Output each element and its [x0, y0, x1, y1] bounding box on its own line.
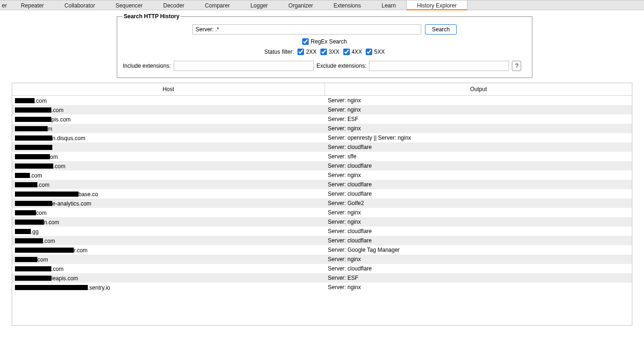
redacted-block — [15, 154, 50, 159]
host-suffix: .gg — [31, 228, 39, 234]
search-legend: Search HTTP History — [123, 13, 180, 20]
status-4xx-checkbox[interactable] — [343, 49, 350, 55]
status-4xx-label: 4XX — [352, 49, 362, 55]
redacted-block — [15, 135, 52, 141]
results-header: Host Output — [12, 83, 632, 96]
host-suffix: pis.com — [51, 116, 71, 122]
include-ext-label: Include extensions: — [123, 63, 171, 69]
host-suffix: r.com — [74, 247, 87, 253]
redacted-block — [15, 117, 51, 122]
host-suffix: .com — [35, 97, 47, 104]
tab-history-explorer[interactable]: History Explorer — [406, 0, 467, 10]
host-suffix: .com — [30, 172, 42, 178]
redacted-block — [15, 145, 52, 150]
redacted-block — [15, 210, 36, 215]
redacted-block — [15, 173, 30, 178]
redacted-block — [15, 220, 44, 225]
host-suffix: .com — [37, 181, 50, 188]
redacted-block — [15, 266, 51, 271]
tab-extensions[interactable]: Extensions — [323, 0, 371, 10]
status-3xx-label: 3XX — [329, 49, 340, 55]
redacted-block — [15, 98, 35, 103]
host-suffix: m — [48, 125, 52, 132]
redacted-block — [15, 201, 52, 206]
tab-decoder[interactable]: Decoder — [153, 0, 194, 10]
host-suffix: .com — [51, 265, 64, 272]
tab-learn[interactable]: Learn — [371, 0, 406, 10]
regex-label: RegEx Search — [311, 38, 347, 45]
tab-collaborator[interactable]: Collaborator — [54, 0, 105, 10]
redacted-block — [15, 182, 37, 187]
host-suffix: n.disqus.com — [52, 135, 85, 141]
status-5xx-label: 5XX — [374, 49, 385, 55]
host-suffix: .com — [43, 237, 55, 244]
host-suffix: om — [50, 153, 58, 160]
redacted-block — [15, 163, 53, 169]
redacted-block — [15, 276, 51, 281]
redacted-block — [15, 107, 51, 113]
tab-organizer[interactable]: Organizer — [278, 0, 324, 10]
exclude-ext-label: Exclude extensions: — [317, 63, 367, 69]
redacted-block — [15, 192, 78, 197]
header-host[interactable]: Host — [12, 83, 325, 95]
host-suffix: .com — [53, 163, 65, 169]
regex-checkbox[interactable] — [302, 38, 309, 45]
search-button[interactable]: Search — [425, 24, 457, 35]
host-suffix: .com — [51, 107, 64, 113]
status-filter-label: Status filter: — [264, 49, 294, 55]
tab-repeater[interactable]: Repeater — [11, 0, 54, 10]
redacted-block — [15, 257, 37, 262]
tab-logger[interactable]: Logger — [240, 0, 278, 10]
host-suffix: com — [36, 209, 47, 216]
status-5xx-checkbox[interactable] — [366, 49, 372, 55]
search-input[interactable] — [192, 24, 421, 35]
host-suffix: leapis.com — [51, 275, 78, 281]
host-suffix: n.com — [44, 219, 59, 225]
tab-bar: er Repeater Collaborator Sequencer Decod… — [0, 0, 644, 10]
redacted-block — [15, 248, 74, 253]
host-suffix: e-analytics.com — [52, 200, 91, 206]
help-button[interactable]: ? — [512, 61, 521, 71]
cell-output: Server: nginx — [325, 282, 632, 293]
status-2xx-checkbox[interactable] — [297, 49, 304, 55]
host-suffix: com — [37, 256, 48, 263]
tab-truncated[interactable]: er — [0, 0, 11, 10]
history-explorer-panel: Search HTTP History Search RegEx Search … — [0, 10, 644, 326]
redacted-block — [15, 229, 31, 234]
status-2xx-label: 2XX — [306, 49, 317, 55]
results-body: .comServer: nginx.comServer: nginxpis.co… — [12, 96, 632, 292]
header-output[interactable]: Output — [325, 83, 632, 95]
host-suffix: .sentry.io — [88, 284, 110, 291]
redacted-block — [15, 285, 88, 290]
redacted-block — [15, 238, 43, 243]
tab-sequencer[interactable]: Sequencer — [105, 0, 153, 10]
redacted-block — [15, 126, 48, 131]
search-fieldset: Search HTTP History Search RegEx Search … — [117, 13, 532, 78]
table-row[interactable]: .sentry.ioServer: nginx — [12, 283, 632, 292]
host-suffix: base.co — [78, 191, 98, 197]
exclude-ext-input[interactable] — [369, 61, 509, 71]
tab-comparer[interactable]: Comparer — [195, 0, 240, 10]
include-ext-input[interactable] — [174, 61, 314, 71]
status-3xx-checkbox[interactable] — [320, 49, 327, 55]
cell-host: .sentry.io — [12, 282, 325, 293]
results-table: Host Output .comServer: nginx.comServer:… — [12, 83, 632, 326]
